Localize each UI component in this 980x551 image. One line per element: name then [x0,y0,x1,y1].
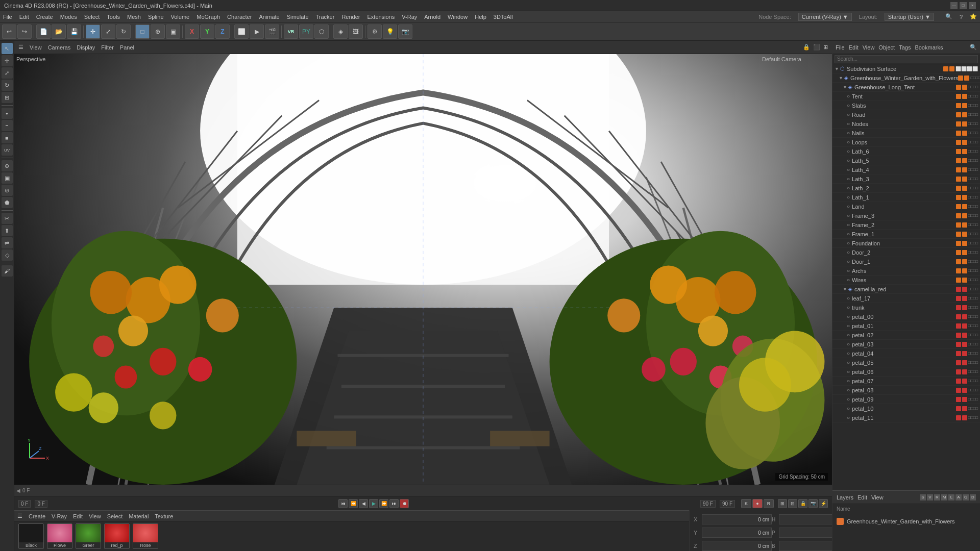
undo-button[interactable]: ↩ [2,24,16,39]
render-button[interactable]: 🎬 [265,24,279,39]
rect-select-tool[interactable]: ▣ [2,172,13,184]
uvw-mode[interactable]: UV [2,144,13,156]
viewport-menu-view[interactable]: View [30,44,42,51]
lasso-tool[interactable]: ⊘ [2,185,13,196]
render-dot[interactable] [964,76,969,81]
menu-vray[interactable]: V-Ray [402,14,417,20]
material-editor-button[interactable]: ◈ [333,24,348,39]
tree-item-lath5[interactable]: ○ Lath_5 □□□□ [832,156,980,165]
tree-item-foundation[interactable]: ○ Foundation □□□□ [832,239,980,248]
tree-item-petal11[interactable]: ○ petal_11 □□□□ [832,413,980,422]
tree-item-petal09[interactable]: ○ petal_09 □□□□ [832,395,980,404]
help-icon[interactable]: ? [960,14,963,20]
object-search-input[interactable] [835,55,978,63]
tree-item-nodes[interactable]: ○ Nodes □□□□ [832,119,980,129]
move-tool-button[interactable]: ✛ [86,24,100,39]
layers-icon-8[interactable]: D [970,494,976,500]
mat-menu-vray[interactable]: V-Ray [52,513,67,519]
tree-item-petal04[interactable]: ○ petal_04 □□□□ [832,349,980,358]
rotate-tool[interactable]: ↻ [2,80,13,91]
tree-item-lath3[interactable]: ○ Lath_3 □□□□ [832,174,980,184]
viewport-render-icon[interactable]: ⬛ [813,44,820,51]
total-frames-field[interactable]: 90 F [720,500,735,508]
play-button[interactable]: ▶ [369,499,378,508]
extra-btn-2[interactable]: ⊟ [788,499,797,508]
menu-spline[interactable]: Spline [148,14,164,20]
ren-dot[interactable] [962,94,967,99]
layers-icon-6[interactable]: A [955,494,962,500]
tree-item-frame2[interactable]: ○ Frame_2 □□□□ [832,220,980,230]
extrude-tool[interactable]: ⬆ [2,225,13,236]
menu-animate[interactable]: Animate [259,14,279,20]
vray-logo-icon[interactable]: VR [284,24,298,39]
search-icon[interactable]: 🔍 [945,13,952,20]
menu-modes[interactable]: Modes [60,14,77,20]
knife-tool[interactable]: ✂ [2,213,13,224]
tree-item-camellia-red[interactable]: ▼ ◈ camellia_red □□□□ [832,285,980,294]
obj-menu-edit[interactable]: Edit [849,44,859,51]
paint-tool[interactable]: 🖌 [2,265,13,277]
layers-icon-7[interactable]: G [963,494,969,500]
menu-3dtoall[interactable]: 3DToAll [494,14,513,20]
viewport-menu-panel[interactable]: Panel [120,44,134,51]
tree-item-slabs[interactable]: ○ Slabs □□□□ [832,101,980,110]
viewport-split-icon[interactable]: ⊞ [823,44,828,51]
layers-icon-3[interactable]: R [934,494,940,500]
viewport-lock-icon[interactable]: 🔒 [803,44,810,51]
menu-arnold[interactable]: Arnold [424,14,440,20]
tree-item-petal10[interactable]: ○ petal_10 □□□□ [832,404,980,413]
menu-tracker[interactable]: Tracker [316,14,335,20]
light-button[interactable]: 💡 [383,24,397,39]
z-axis-button[interactable]: Z [215,24,230,39]
vis-dot[interactable] [956,94,961,99]
y-axis-button[interactable]: Y [200,24,214,39]
tree-item-petal01[interactable]: ○ petal_01 □□□□ [832,321,980,331]
transform-tool[interactable]: ⊞ [2,92,13,103]
layers-tab[interactable]: Layers [837,494,853,500]
menu-help[interactable]: Help [475,14,486,20]
layers-icon-5[interactable]: L [948,494,954,500]
material-flower[interactable]: Flowe [47,523,72,549]
tree-item-lath4[interactable]: ○ Lath_4 □□□□ [832,165,980,174]
timeline-ruler[interactable]: ◀ 0 F 0 10 20 30 40 50 60 70 80 90 [14,485,832,496]
menu-edit[interactable]: Edit [19,14,29,20]
tree-item-wires[interactable]: ○ Wires □□□□ [832,276,980,285]
goto-start-button[interactable]: ⏮ [338,499,348,508]
visibility-dot[interactable] [958,76,963,81]
z-position-input[interactable] [702,541,772,551]
camera-button[interactable]: 📷 [398,24,412,39]
tree-item-petal08[interactable]: ○ petal_08 □□□□ [832,386,980,395]
menu-tools[interactable]: Tools [107,14,120,20]
tree-item-frame3[interactable]: ○ Frame_3 □□□□ [832,211,980,220]
tree-item-archs[interactable]: ○ Archs □□□□ [832,266,980,276]
edges-mode[interactable]: ━ [2,120,13,131]
visibility-dot[interactable] [956,85,961,90]
close-button[interactable]: × [969,2,976,9]
extra-btn-3[interactable]: 🔒 [798,499,807,508]
redo-button[interactable]: ↪ [17,24,32,39]
maximize-button[interactable]: □ [960,2,967,9]
fps-field[interactable]: 0 F [35,500,47,508]
menu-select[interactable]: Select [84,14,100,20]
render-dot[interactable] [949,66,954,71]
mat-menu-texture[interactable]: Texture [155,513,173,519]
bookmark-icon[interactable]: ⭐ [970,13,977,20]
search-filter-icon[interactable]: 🔍 [970,44,977,51]
move-tool[interactable]: ✛ [2,55,13,66]
play-forward-button[interactable]: ⏩ [379,499,388,508]
tree-item-door1[interactable]: ○ Door_1 □□□□ [832,257,980,266]
open-button[interactable]: 📂 [52,24,66,39]
points-mode[interactable]: ● [2,108,13,119]
viewport-menu-cameras[interactable]: Cameras [48,44,71,51]
layers-icon-2[interactable]: V [927,494,933,500]
frame-start-field[interactable]: 0 F [18,500,31,508]
menu-mesh[interactable]: Mesh [127,14,141,20]
menu-render[interactable]: Render [341,14,360,20]
tree-item-door2[interactable]: ○ Door_2 □□□□ [832,248,980,257]
python-button[interactable]: PY [299,24,313,39]
node-space-value[interactable]: Current (V-Ray) ▼ [798,13,852,21]
menu-create[interactable]: Create [36,14,53,20]
layers-icon-1[interactable]: S [920,494,926,500]
tree-item-nails[interactable]: ○ Nails □□□□ [832,129,980,138]
tree-item-trunk[interactable]: ○ trunk □□□□ [832,303,980,312]
